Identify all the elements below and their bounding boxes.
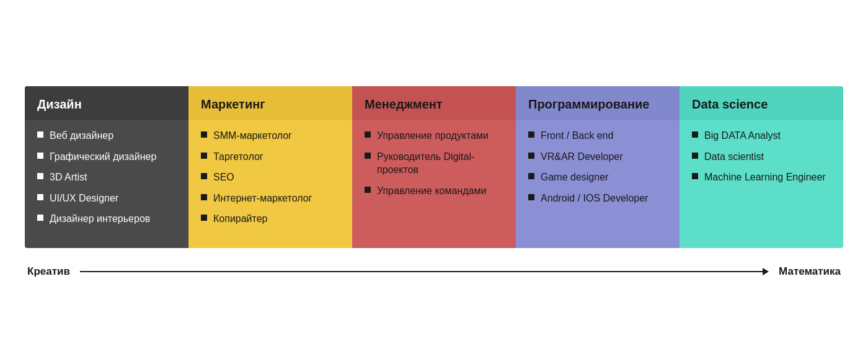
bullet-icon — [692, 153, 698, 159]
bullet-icon — [692, 131, 698, 138]
bullet-icon — [528, 131, 534, 138]
list-item: UI/UX Designer — [37, 192, 176, 205]
list-item: Управление продуктами — [365, 129, 503, 143]
bullet-icon — [365, 131, 371, 138]
col-management-list: Управление продуктамиРуководитель Digita… — [365, 129, 503, 197]
list-item-text: Руководитель Digital-проектов — [377, 150, 503, 177]
list-item: Big DATA Analyst — [692, 129, 831, 143]
col-management-header: Менеджмент — [352, 86, 516, 120]
bullet-icon — [201, 215, 207, 221]
list-item-text: Android / IOS Developer — [541, 192, 648, 205]
list-item-text: Управление командами — [377, 184, 486, 198]
list-item-text: Веб дизайнер — [50, 129, 113, 143]
bullet-icon — [201, 173, 207, 179]
bullet-icon — [37, 194, 43, 200]
col-design: ДизайнВеб дизайнерГрафический дизайнер3D… — [25, 86, 188, 248]
list-item-text: Game designer — [541, 171, 608, 184]
list-item-text: Копирайтер — [213, 212, 268, 226]
list-item-text: SEO — [213, 171, 234, 184]
col-marketing-body: SMM-маркетологТаргетологSEOИнтернет-марк… — [188, 120, 352, 248]
list-item-text: Таргетолог — [213, 150, 264, 164]
col-programming-body: Front / Back endVR&AR DeveloperGame desi… — [516, 120, 680, 248]
list-item: Интернет-маркетолог — [201, 192, 340, 205]
col-programming: ПрограммированиеFront / Back endVR&AR De… — [516, 86, 680, 248]
bullet-icon — [201, 131, 207, 138]
col-design-header: Дизайн — [25, 86, 188, 120]
list-item: Управление командами — [365, 184, 503, 198]
list-item: Копирайтер — [201, 212, 340, 226]
arrow-head-icon — [763, 268, 769, 275]
bullet-icon — [692, 173, 698, 179]
bullet-icon — [365, 187, 371, 193]
left-axis-label: Креатив — [27, 265, 70, 278]
list-item: 3D Artist — [37, 171, 176, 184]
main-container: ДизайнВеб дизайнерГрафический дизайнер3D… — [25, 86, 843, 278]
list-item: Руководитель Digital-проектов — [365, 150, 503, 177]
bullet-icon — [37, 173, 43, 179]
list-item-text: Machine Learning Engineer — [704, 171, 826, 184]
category-grid: ДизайнВеб дизайнерГрафический дизайнер3D… — [25, 86, 843, 248]
axis-arrow — [80, 268, 769, 275]
list-item: SMM-маркетолог — [201, 129, 340, 143]
list-item-text: Big DATA Analyst — [704, 129, 781, 143]
right-axis-label: Математика — [779, 265, 841, 278]
col-design-list: Веб дизайнерГрафический дизайнер3D Artis… — [37, 129, 176, 226]
col-datascience-list: Big DATA AnalystData scientistMachine Le… — [692, 129, 831, 184]
list-item: SEO — [201, 171, 340, 184]
col-management-body: Управление продуктамиРуководитель Digita… — [352, 120, 516, 248]
list-item-text: Front / Back end — [541, 129, 613, 143]
list-item-text: Дизайнер интерьеров — [50, 212, 150, 226]
col-programming-header: Программирование — [516, 86, 680, 120]
list-item-text: VR&AR Developer — [541, 150, 623, 164]
col-marketing: МаркетингSMM-маркетологТаргетологSEOИнте… — [188, 86, 352, 248]
list-item: Веб дизайнер — [37, 129, 176, 143]
col-management: МенеджментУправление продуктамиРуководит… — [352, 86, 516, 248]
list-item-text: 3D Artist — [50, 171, 87, 184]
list-item: Графический дизайнер — [37, 150, 176, 164]
list-item: VR&AR Developer — [528, 150, 667, 164]
list-item: Дизайнер интерьеров — [37, 212, 176, 226]
list-item-text: Графический дизайнер — [50, 150, 156, 164]
col-datascience: Data scienceBig DATA AnalystData scienti… — [680, 86, 843, 248]
list-item: Таргетолог — [201, 150, 340, 164]
bullet-icon — [528, 173, 534, 179]
bullet-icon — [37, 215, 43, 221]
list-item-text: Data scientist — [704, 150, 764, 164]
bottom-bar: Креатив Математика — [25, 265, 843, 278]
list-item: Front / Back end — [528, 129, 667, 143]
list-item: Machine Learning Engineer — [692, 171, 831, 184]
col-datascience-body: Big DATA AnalystData scientistMachine Le… — [680, 120, 843, 248]
bullet-icon — [37, 131, 43, 138]
list-item-text: Интернет-маркетолог — [213, 192, 312, 205]
bullet-icon — [365, 153, 371, 159]
bullet-icon — [37, 153, 43, 159]
list-item-text: UI/UX Designer — [50, 192, 118, 205]
col-marketing-list: SMM-маркетологТаргетологSEOИнтернет-марк… — [201, 129, 340, 226]
list-item: Data scientist — [692, 150, 831, 164]
bullet-icon — [201, 194, 207, 200]
list-item-text: SMM-маркетолог — [213, 129, 292, 143]
list-item: Android / IOS Developer — [528, 192, 667, 205]
col-datascience-header: Data science — [680, 86, 843, 120]
col-programming-list: Front / Back endVR&AR DeveloperGame desi… — [528, 129, 667, 205]
bullet-icon — [201, 153, 207, 159]
bullet-icon — [528, 194, 534, 200]
col-design-body: Веб дизайнерГрафический дизайнер3D Artis… — [25, 120, 188, 248]
bullet-icon — [528, 153, 534, 159]
list-item-text: Управление продуктами — [377, 129, 489, 143]
arrow-track — [80, 271, 763, 272]
list-item: Game designer — [528, 171, 667, 184]
col-marketing-header: Маркетинг — [188, 86, 352, 120]
